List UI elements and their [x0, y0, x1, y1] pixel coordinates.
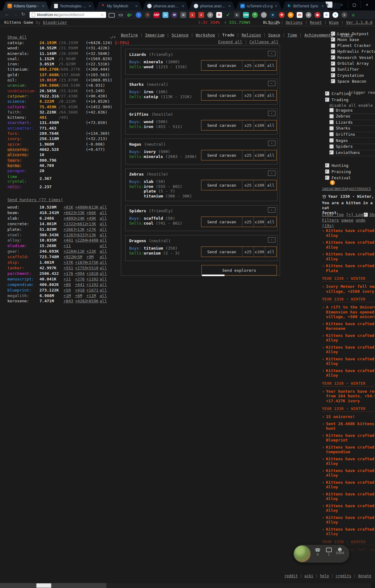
send-caravan-button[interactable]: Send caravanx25x100all: [201, 60, 277, 71]
show-all-link[interactable]: Show All: [7, 35, 27, 39]
craft-link-x1[interactable]: +1267: [64, 232, 75, 238]
green-check-icon[interactable]: ✓: [225, 12, 231, 18]
browser-tab[interactable]: pfsense.arangur×: [142, 2, 189, 10]
auto-trading-toggle[interactable]: Trading: [325, 97, 348, 102]
craft-link-x3[interactable]: +9M: [86, 254, 100, 260]
trade-race-leviathans-checkbox[interactable]: [329, 150, 334, 155]
caravan-all-button[interactable]: all: [265, 60, 276, 70]
space-option-hydraulic-fracturer-checkbox[interactable]: [331, 49, 335, 54]
craft-link-x1[interactable]: +11: [64, 276, 75, 282]
caravan-x100-button[interactable]: x100: [253, 150, 265, 160]
disable-all-link[interactable]: disable all: [329, 103, 356, 108]
caravan-x25-button[interactable]: x25: [242, 90, 253, 100]
gmail-icon[interactable]: M: [216, 12, 222, 18]
craft-link-x3[interactable]: +1102: [86, 282, 100, 288]
space-option-moon-base-checkbox[interactable]: [331, 37, 335, 42]
trade-race-griffins-checkbox[interactable]: [329, 132, 334, 136]
space-option-cryostation-checkbox[interactable]: [331, 73, 335, 77]
craft-link-x1[interactable]: +1322: [64, 221, 75, 227]
space-option-orbital-array-checkbox[interactable]: [331, 61, 335, 66]
expand-all-link[interactable]: Expand all: [218, 39, 242, 44]
trade-race-leviathans[interactable]: Leviathans: [329, 150, 375, 156]
craft-link-x2[interactable]: +5M: [75, 254, 86, 260]
space-option-planet-cracker[interactable]: Planet Cracker: [331, 43, 371, 48]
craft-link-x2[interactable]: +418: [75, 288, 86, 293]
pocket-icon[interactable]: ∨: [341, 12, 347, 18]
browser-tab[interactable]: Kittens Game -×: [2, 2, 49, 10]
craft-link-x3[interactable]: +4408: [86, 238, 100, 243]
caravan-x25-button[interactable]: x25: [242, 180, 253, 190]
collapse-race-button[interactable]: -: [268, 51, 275, 56]
tab-close-icon[interactable]: ×: [228, 4, 231, 8]
no-entry-icon[interactable]: ⊘: [306, 12, 311, 18]
translate-icon[interactable]: G: [323, 12, 329, 18]
undo-link[interactable]: undo: [356, 218, 365, 222]
trade-race-spiders[interactable]: Spiders: [329, 144, 375, 150]
gray-dot-icon[interactable]: ●: [207, 12, 213, 18]
authy-icon[interactable]: ◉: [315, 12, 320, 18]
auto-praising-toggle[interactable]: Praising: [325, 169, 351, 174]
space-option-sunlifter-checkbox[interactable]: [331, 67, 335, 72]
caravan-x25-button[interactable]: x25: [242, 60, 253, 70]
craft-link-x3[interactable]: +1818: [86, 271, 100, 276]
wot-icon[interactable]: W: [171, 12, 177, 18]
counter-6-icon[interactable]: 6⁶: [127, 12, 133, 18]
craft-link-x3[interactable]: +1102: [86, 276, 100, 282]
space-option-planet-cracker-checkbox[interactable]: [331, 43, 335, 48]
tab-time[interactable]: Time: [287, 33, 297, 37]
craft-link-x2[interactable]: +6M: [75, 293, 86, 299]
resource-collapse-toggle[interactable]: -/+: [109, 35, 116, 39]
show-day-toggle[interactable]: Sho: [364, 212, 375, 217]
cast-icon[interactable]: [109, 13, 115, 18]
back-button[interactable]: ←: [4, 11, 10, 17]
craft-link-x1[interactable]: +6623: [64, 210, 75, 216]
caravan-all-button[interactable]: all: [265, 90, 276, 100]
phone-stack[interactable]: ☎ 0: [312, 548, 323, 556]
space-option-cryostation[interactable]: Cryostation: [331, 73, 364, 78]
craft-link-x1[interactable]: +2667: [64, 227, 75, 232]
craft-link-all[interactable]: all: [100, 282, 120, 288]
craft-link-all[interactable]: all: [100, 210, 120, 216]
tab-religion[interactable]: Religion: [241, 33, 261, 37]
globe-icon[interactable]: ◔: [261, 12, 267, 18]
wipe-link[interactable]: Wipe: [329, 20, 339, 25]
tab-space[interactable]: Space: [268, 33, 280, 37]
craft-link-all[interactable]: all: [100, 249, 120, 254]
craft-link-all[interactable]: all: [100, 254, 120, 260]
trade-race-sharks[interactable]: Sharks: [329, 126, 375, 132]
collapse-race-button[interactable]: -: [268, 141, 275, 146]
collapse-race-button[interactable]: -: [268, 171, 275, 176]
craft-link-x1[interactable]: +1M: [64, 293, 75, 299]
craft-link-x3[interactable]: +1671: [86, 288, 100, 293]
caravan-x100-button[interactable]: x100: [253, 247, 265, 257]
collapse-race-button[interactable]: -: [268, 237, 275, 242]
horizontal-scrollbar-thumb[interactable]: [0, 583, 106, 588]
tab-imperium[interactable]: Imperium: [145, 33, 164, 37]
tab-close-icon[interactable]: ×: [321, 4, 324, 8]
space-option-lunar-outpost[interactable]: Lunar Outpost: [331, 31, 369, 36]
craft-link-x2[interactable]: +6612: [75, 221, 86, 227]
collapse-race-button[interactable]: -: [268, 81, 275, 86]
craft-link-x2[interactable]: +2204: [75, 238, 86, 243]
craft-link-x3[interactable]: +5510: [86, 265, 100, 271]
auto-trading-toggle-checkbox[interactable]: [325, 97, 329, 102]
show-day-checkbox[interactable]: [364, 213, 368, 217]
caravan-x100-button[interactable]: x100: [253, 120, 265, 130]
trade-race-nagas-checkbox[interactable]: [329, 138, 334, 143]
collapse-race-button[interactable]: -: [268, 111, 275, 116]
space-option-research-vessel-checkbox[interactable]: [331, 55, 335, 60]
btc-address-link[interactable]: 1AQ1AC9W5CEAPgG5739XGXC5: [322, 187, 371, 191]
tab-bonfire[interactable]: Bonfire: [121, 33, 138, 37]
browser-tab[interactable]: pfsense.arangur×: [189, 2, 236, 10]
craft-link-x2[interactable]: +2755: [75, 265, 86, 271]
filters-link[interactable]: Filters: [322, 218, 339, 222]
trade-race-griffins[interactable]: Griffins: [329, 132, 375, 138]
emule-icon[interactable]: e: [270, 12, 276, 18]
caravan-x100-button[interactable]: x100: [253, 90, 265, 100]
footer-reddit-link[interactable]: reddit: [284, 574, 298, 578]
craft-link-x3[interactable]: +8596: [86, 298, 100, 304]
collapse-race-button[interactable]: -: [268, 207, 275, 213]
footer-help-link[interactable]: help: [320, 574, 329, 578]
collapse-all-link[interactable]: Collapse all: [249, 39, 278, 44]
caravan-x25-button[interactable]: x25: [242, 150, 253, 160]
